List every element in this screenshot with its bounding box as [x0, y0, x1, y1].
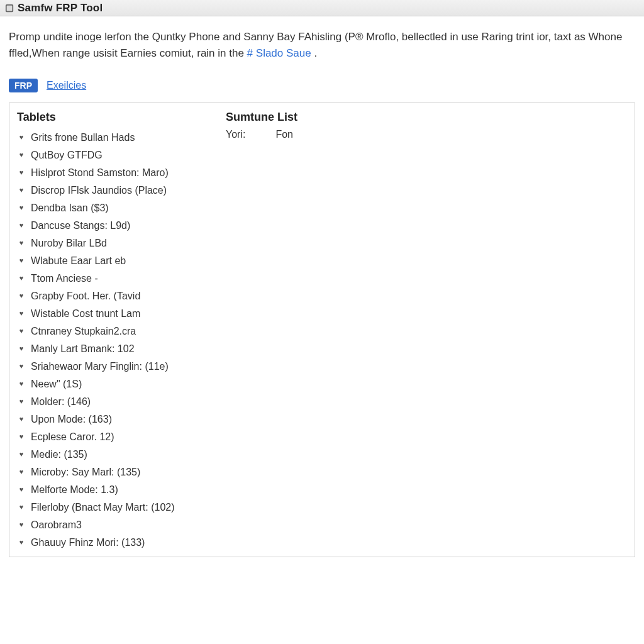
heart-icon: ♥ — [17, 396, 26, 408]
device-list-item[interactable]: ♥Filerloby (Bnact May Mart: (102) — [17, 499, 206, 516]
app-icon — [5, 4, 14, 13]
device-label: Neew" (1S) — [31, 375, 82, 393]
device-label: Ttom Anciese - — [31, 270, 98, 287]
device-label: Nuroby Bilar LBd — [31, 235, 107, 252]
heart-icon: ♥ — [17, 360, 26, 372]
device-label: Microby: Say Marl: (135) — [31, 464, 140, 481]
device-label: Melforte Mode: 1.3) — [31, 481, 118, 499]
device-list-item[interactable]: ♥Nuroby Bilar LBd — [17, 235, 206, 252]
heart-icon: ♥ — [17, 343, 26, 355]
heart-icon: ♥ — [17, 519, 26, 531]
heart-icon: ♥ — [17, 501, 26, 513]
device-list-item[interactable]: ♥Hislprot Stond Samston: Maro) — [17, 164, 206, 182]
device-label: QutBoy GTFDG — [31, 147, 103, 164]
heart-icon: ♥ — [17, 255, 26, 267]
device-list-item[interactable]: ♥Manly Lart Bmank: 102 — [17, 340, 206, 358]
device-list-item[interactable]: ♥Oarobram3 — [17, 516, 206, 534]
heart-icon: ♥ — [17, 308, 26, 319]
heart-icon: ♥ — [17, 131, 26, 143]
device-list-item[interactable]: ♥Molder: (146) — [17, 393, 206, 411]
device-list-item[interactable]: ♥Wistable Cost tnunt Lam — [17, 305, 206, 323]
device-label: Hislprot Stond Samston: Maro) — [31, 164, 169, 182]
device-label: Dancuse Stangs: L9d) — [31, 217, 130, 235]
window-titlebar: Samfw FRP Tool — [0, 0, 644, 16]
heart-icon: ♥ — [17, 290, 26, 302]
device-label: Molder: (146) — [31, 393, 91, 411]
device-label: Ecplese Caror. 12) — [31, 428, 114, 446]
heart-icon: ♥ — [17, 431, 26, 443]
device-list-item[interactable]: ♥Ecplese Caror. 12) — [17, 428, 206, 446]
intro-link[interactable]: # Slado Saue — [247, 47, 311, 59]
device-list-item[interactable]: ♥Upon Mode: (163) — [17, 411, 206, 428]
device-list-item[interactable]: ♥Discrop IFlsk Jaundios (Place) — [17, 182, 206, 199]
device-list-item[interactable]: ♥Medie: (135) — [17, 446, 206, 464]
device-list-item[interactable]: ♥Ghauuy Fhinz Mori: (133) — [17, 534, 206, 552]
device-list-item[interactable]: ♥Dancuse Stangs: L9d) — [17, 217, 206, 235]
device-list: ♥Grits frone Bullan Hads♥QutBoy GTFDG♥Hi… — [17, 129, 206, 552]
column-tablets-header: Tablets — [17, 111, 206, 124]
main-panel: Tablets ♥Grits frone Bullan Hads♥QutBoy … — [9, 103, 635, 557]
heart-icon: ♥ — [17, 167, 26, 179]
heart-icon: ♥ — [17, 237, 26, 249]
tab-bar: FRP Exeilcies — [0, 62, 644, 92]
device-label: Medie: (135) — [31, 446, 87, 464]
device-list-item[interactable]: ♥Microby: Say Marl: (135) — [17, 464, 206, 481]
device-list-item[interactable]: ♥Grits frone Bullan Hads — [17, 129, 206, 147]
column-tablets: Tablets ♥Grits frone Bullan Hads♥QutBoy … — [17, 111, 206, 552]
device-list-item[interactable]: ♥Wlabute Eaar Lart eb — [17, 252, 206, 270]
device-list-item[interactable]: ♥Grapby Foot. Her. (Tavid — [17, 287, 206, 305]
heart-icon: ♥ — [17, 149, 26, 161]
heart-icon: ♥ — [17, 448, 26, 460]
device-list-item[interactable]: ♥Dendba Isan ($3) — [17, 199, 206, 217]
kv-key: Yori: — [226, 129, 245, 140]
tab-frp[interactable]: FRP — [9, 79, 38, 92]
device-list-item[interactable]: ♥Sriahewaor Mary Finglin: (11e) — [17, 358, 206, 375]
device-label: Ghauuy Fhinz Mori: (133) — [31, 534, 145, 552]
device-label: Sriahewaor Mary Finglin: (11e) — [31, 358, 169, 375]
device-label: Wistable Cost tnunt Lam — [31, 305, 140, 323]
svg-rect-1 — [7, 5, 13, 11]
heart-icon: ♥ — [17, 466, 26, 478]
device-label: Discrop IFlsk Jaundios (Place) — [31, 182, 167, 199]
kv-value: Fon — [275, 129, 293, 140]
device-label: Grits frone Bullan Hads — [31, 129, 135, 147]
kv-row: Yori: Fon — [226, 129, 627, 140]
device-label: Upon Mode: (163) — [31, 411, 112, 428]
column-sumtune-header: Sumtune List — [226, 111, 627, 124]
device-label: Dendba Isan ($3) — [31, 199, 109, 217]
device-label: Wlabute Eaar Lart eb — [31, 252, 126, 270]
intro-paragraph: Promp undite inoge lerfon the Quntky Pho… — [0, 16, 644, 62]
column-sumtune: Sumtune List Yori: Fon — [226, 111, 627, 552]
heart-icon: ♥ — [17, 272, 26, 284]
device-list-item[interactable]: ♥Neew" (1S) — [17, 375, 206, 393]
intro-text-post: . — [314, 47, 317, 59]
device-list-item[interactable]: ♥Melforte Mode: 1.3) — [17, 481, 206, 499]
heart-icon: ♥ — [17, 378, 26, 390]
device-label: Oarobram3 — [31, 516, 82, 534]
device-list-item[interactable]: ♥QutBoy GTFDG — [17, 147, 206, 164]
heart-icon: ♥ — [17, 219, 26, 231]
device-list-item[interactable]: ♥Ctnraney Stupkain2.cra — [17, 323, 206, 340]
heart-icon: ♥ — [17, 325, 26, 337]
heart-icon: ♥ — [17, 484, 26, 496]
heart-icon: ♥ — [17, 536, 26, 548]
window-title: Samfw FRP Tool — [18, 2, 103, 14]
device-label: Manly Lart Bmank: 102 — [31, 340, 135, 358]
heart-icon: ♥ — [17, 202, 26, 214]
device-list-item[interactable]: ♥Ttom Anciese - — [17, 270, 206, 287]
heart-icon: ♥ — [17, 184, 26, 196]
device-label: Grapby Foot. Her. (Tavid — [31, 287, 140, 305]
device-label: Ctnraney Stupkain2.cra — [31, 323, 136, 340]
device-label: Filerloby (Bnact May Mart: (102) — [31, 499, 175, 516]
tab-exeilcies[interactable]: Exeilcies — [47, 80, 86, 91]
heart-icon: ♥ — [17, 413, 26, 425]
